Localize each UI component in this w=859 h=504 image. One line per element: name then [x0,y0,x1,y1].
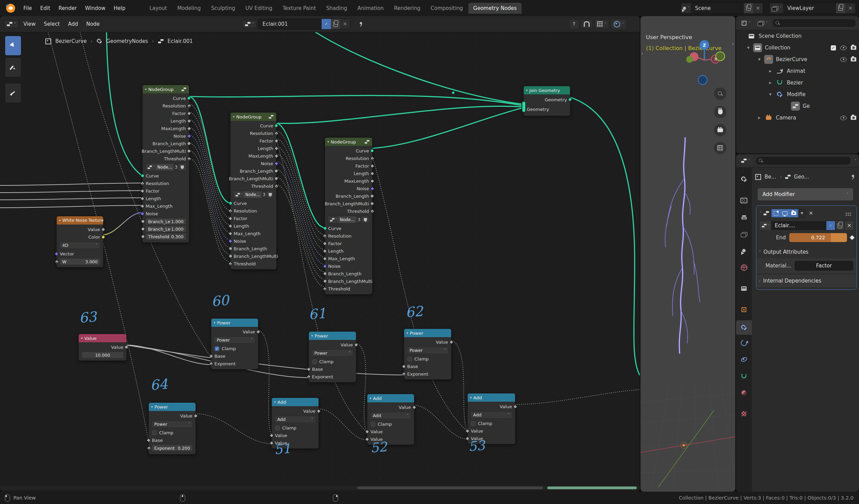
menu-item[interactable]: Node [82,19,104,29]
node-add-53[interactable]: ▾Add Value Add˅ Clamp Value Value [467,393,515,444]
socket[interactable] [365,437,369,442]
node-header[interactable]: ▾Power [309,332,356,340]
dimensions-dropdown[interactable]: 4D˅ [59,242,100,249]
scrollbar-thumb[interactable] [357,486,543,489]
socket[interactable] [229,247,232,250]
breadcrumb-object[interactable]: Be... [765,174,776,180]
socket[interactable] [274,154,279,158]
socket[interactable] [370,149,374,152]
row-label[interactable]: Scene Collection [759,33,854,39]
scrollbar-thumb-green[interactable] [547,486,637,489]
fake-user-toggle[interactable] [826,221,835,230]
clamp-checkbox[interactable] [312,359,317,364]
socket[interactable] [370,202,374,205]
horizontal-scrollbar[interactable] [0,486,640,490]
socket[interactable] [140,196,145,201]
socket[interactable] [140,204,145,208]
socket[interactable] [228,262,233,266]
node-header[interactable]: ▾White Noise Texture [57,216,103,225]
node-header[interactable]: ▾NodeGroup [143,85,189,93]
group-name[interactable]: Node... [156,164,174,171]
socket[interactable] [402,364,406,369]
menu-item[interactable]: View [19,19,40,29]
hide-eye-toggle[interactable] [840,116,847,120]
annotate-tool[interactable] [5,57,21,77]
expander-icon[interactable]: ▼ [768,93,772,96]
outliner-search-input[interactable] [772,19,856,27]
tab-object[interactable] [736,302,752,317]
workspace-tab[interactable]: Sculpting [206,3,240,14]
socket[interactable] [187,149,191,153]
node-value-63[interactable]: ▾Value Value 10.000 [78,334,127,361]
users-count[interactable]: 3 [174,164,179,171]
node-icon-dropdown[interactable]: ˅ [759,221,771,230]
socket[interactable] [229,254,232,258]
operation-dropdown[interactable]: Power˅ [312,350,353,357]
tab-view-layer[interactable] [736,227,752,241]
tab-output[interactable] [736,211,752,225]
fake-user-toggle[interactable] [322,19,331,29]
collapse-chevron[interactable]: ˅ [760,211,761,215]
node-canvas[interactable]: BezierCurve › GeometryNodes › Eclair.001… [0,32,640,492]
operation-dropdown[interactable]: Add˅ [275,416,316,423]
navigation-gizmo[interactable]: Z X [684,40,726,81]
socket[interactable] [187,111,191,116]
node-add-51[interactable]: ▾Add Value Add˅ Clamp Value Value [271,398,319,449]
socket[interactable] [370,194,374,198]
show-in-editmode-toggle[interactable] [771,209,780,217]
render-camera-toggle[interactable] [851,116,856,120]
grid-ortho-button[interactable] [714,142,726,154]
socket[interactable] [141,220,145,223]
expander-icon[interactable]: ▶ [757,116,761,119]
node-group-name[interactable]: Eclair.... [771,221,826,230]
node-power-61[interactable]: ▾Power Value Power˅ Clamp Base Exponent [309,331,356,382]
socket[interactable] [193,414,198,418]
socket[interactable] [370,209,375,214]
show-in-render-toggle[interactable] [789,209,798,217]
node-icon[interactable]: ˅ [234,191,244,198]
socket[interactable] [323,241,327,246]
node-power-62[interactable]: ▾Power Value Power˅ Clamp Base Exponent [404,329,451,380]
socket[interactable] [187,157,191,161]
zoom-view-button[interactable] [714,88,726,100]
operation-dropdown[interactable]: Add˅ [470,411,512,419]
socket[interactable] [55,260,59,264]
clamp-checkbox[interactable] [408,357,412,361]
selectable-checkbox[interactable] [831,45,836,50]
socket[interactable] [228,231,233,236]
tab-material[interactable] [736,386,752,400]
socket[interactable] [228,216,233,221]
operation-dropdown[interactable]: Add˅ [370,412,411,419]
socket[interactable] [323,287,327,291]
pin-icon[interactable] [850,174,856,180]
socket[interactable] [187,134,191,138]
internal-dependencies-section[interactable]: ›Internal Dependencies [756,275,857,287]
socket[interactable] [323,279,327,283]
socket[interactable] [125,345,128,349]
node-power-64[interactable]: ▾Power Value Power˅ Clamp Base Exponent0… [148,402,196,455]
unlink-node-tree-button[interactable]: ✕ [340,19,350,29]
viewlayer-remove-button[interactable]: ✕ [845,3,855,13]
outliner-filter-dropdown[interactable]: ˅ [755,20,770,26]
menu-item[interactable]: File [19,3,36,13]
pin-icon[interactable] [358,21,364,27]
tab-collection[interactable] [736,281,752,296]
viewport-3d[interactable]: User Perspective (1) Collection | Bezier… [640,16,735,492]
socket[interactable] [365,429,369,434]
socket[interactable] [140,181,145,186]
tab-texture[interactable] [736,406,752,421]
workspace-tab[interactable]: Compositing [426,3,468,14]
node-header[interactable]: ▾Power [404,329,451,337]
node-tree-icon[interactable]: ˅ [242,20,257,28]
socket[interactable] [187,142,191,145]
tab-object-data[interactable] [736,369,752,384]
socket[interactable] [412,405,416,410]
socket[interactable] [146,438,151,443]
node-header[interactable]: ▾Add [272,398,319,406]
node-header[interactable]: ▾Add [367,394,414,402]
workspace-tab[interactable]: Animation [353,3,388,14]
value-field[interactable]: Branch_Le1.000 [145,218,186,225]
tab-modifiers[interactable] [736,320,752,335]
outliner-row[interactable]: Scene Collection [736,30,859,42]
node-nodegroup-2[interactable]: ▾NodeGroup CurveResolutionFactorLengthMa… [230,112,277,270]
